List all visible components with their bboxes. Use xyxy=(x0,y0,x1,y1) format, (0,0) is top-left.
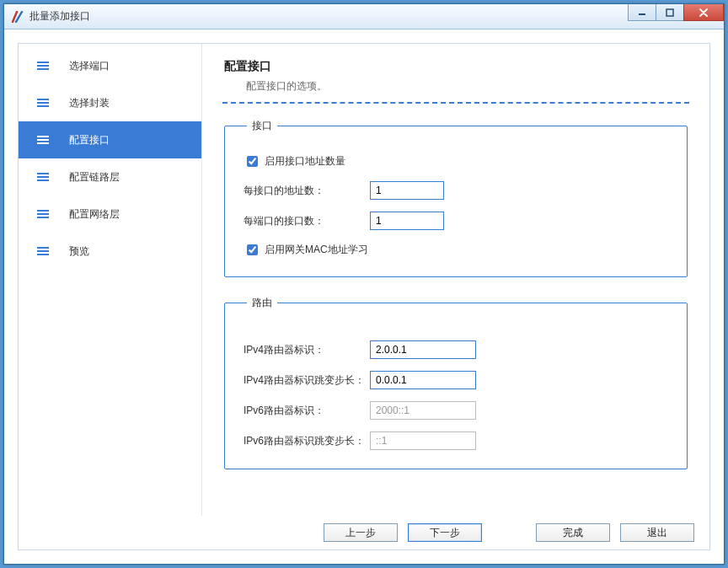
ipv6-step-input xyxy=(370,431,476,450)
hamburger-icon xyxy=(37,136,49,144)
enable-mac-learn-label: 启用网关MAC地址学习 xyxy=(265,243,368,257)
inner-panel: 选择端口 选择封装 配置接口 配置链路层 xyxy=(18,43,710,550)
hamburger-icon xyxy=(37,210,49,218)
minimize-button[interactable] xyxy=(628,4,656,21)
finish-button[interactable]: 完成 xyxy=(536,523,610,542)
sidebar-item-config-network[interactable]: 配置网络层 xyxy=(19,196,201,233)
addr-per-if-input[interactable] xyxy=(370,181,444,200)
enable-addr-count-checkbox[interactable] xyxy=(247,156,258,167)
svg-rect-0 xyxy=(639,13,645,15)
next-button[interactable]: 下一步 xyxy=(408,523,482,542)
group-interface-legend: 接口 xyxy=(247,119,277,133)
sidebar-item-preview[interactable]: 预览 xyxy=(19,233,201,270)
addr-per-if-label: 每接口的地址数： xyxy=(244,184,370,198)
ipv6-id-input xyxy=(370,401,476,420)
sidebar-item-label: 配置链路层 xyxy=(69,170,120,185)
separator xyxy=(222,102,689,104)
wizard-footer: 上一步 下一步 完成 退出 xyxy=(19,516,709,549)
sidebar-item-label: 配置接口 xyxy=(69,133,110,147)
sidebar-item-config-interface[interactable]: 配置接口 xyxy=(19,121,201,158)
sidebar-item-config-link[interactable]: 配置链路层 xyxy=(19,158,201,196)
ipv4-id-input[interactable] xyxy=(370,340,476,359)
ipv6-step-label: IPv6路由器标识跳变步长： xyxy=(244,434,370,448)
sidebar-item-label: 选择端口 xyxy=(69,59,110,73)
main-panel: 配置接口 配置接口的选项。 接口 启用接口地址数量 每接口的地址数： xyxy=(202,44,709,516)
group-route-legend: 路由 xyxy=(247,296,277,310)
sidebar-item-label: 预览 xyxy=(69,244,89,259)
sidebar-item-label: 选择封装 xyxy=(69,96,110,110)
sidebar-item-select-port[interactable]: 选择端口 xyxy=(19,47,201,84)
window-controls xyxy=(629,4,724,21)
wizard-sidebar: 选择端口 选择封装 配置接口 配置链路层 xyxy=(19,44,202,516)
group-route: 路由 IPv4路由器标识： IPv4路由器标识跳变步长： IPv6路由器标识： xyxy=(224,296,688,469)
page-desc: 配置接口的选项。 xyxy=(246,79,689,94)
hamburger-icon xyxy=(37,247,49,255)
sidebar-item-label: 配置网络层 xyxy=(69,207,120,222)
ipv4-step-input[interactable] xyxy=(370,371,476,389)
maximize-button[interactable] xyxy=(656,4,684,21)
titlebar[interactable]: 批量添加接口 xyxy=(4,4,724,29)
svg-rect-1 xyxy=(666,9,673,16)
ipv4-id-label: IPv4路由器标识： xyxy=(244,343,370,357)
close-button[interactable] xyxy=(683,4,724,21)
page-title: 配置接口 xyxy=(224,59,689,74)
enable-addr-count-label: 启用接口地址数量 xyxy=(265,154,345,169)
ipv4-step-label: IPv4路由器标识跳变步长： xyxy=(244,373,370,388)
window-title: 批量添加接口 xyxy=(29,9,90,24)
app-window: 批量添加接口 选择端口 xyxy=(3,3,725,565)
exit-button[interactable]: 退出 xyxy=(620,523,694,542)
prev-button[interactable]: 上一步 xyxy=(324,523,398,542)
hamburger-icon xyxy=(37,173,49,181)
hamburger-icon xyxy=(37,62,49,70)
app-icon xyxy=(11,10,24,24)
sidebar-item-select-encap[interactable]: 选择封装 xyxy=(19,84,201,121)
content-frame: 选择端口 选择封装 配置接口 配置链路层 xyxy=(4,29,724,564)
body-area: 选择端口 选择封装 配置接口 配置链路层 xyxy=(19,44,709,516)
hamburger-icon xyxy=(37,99,49,107)
ipv6-id-label: IPv6路由器标识： xyxy=(244,404,370,418)
group-interface: 接口 启用接口地址数量 每接口的地址数： 每端口的接口数： xyxy=(224,119,688,277)
if-per-port-label: 每端口的接口数： xyxy=(244,214,370,228)
if-per-port-input[interactable] xyxy=(370,212,444,230)
enable-mac-learn-checkbox[interactable] xyxy=(247,244,258,255)
